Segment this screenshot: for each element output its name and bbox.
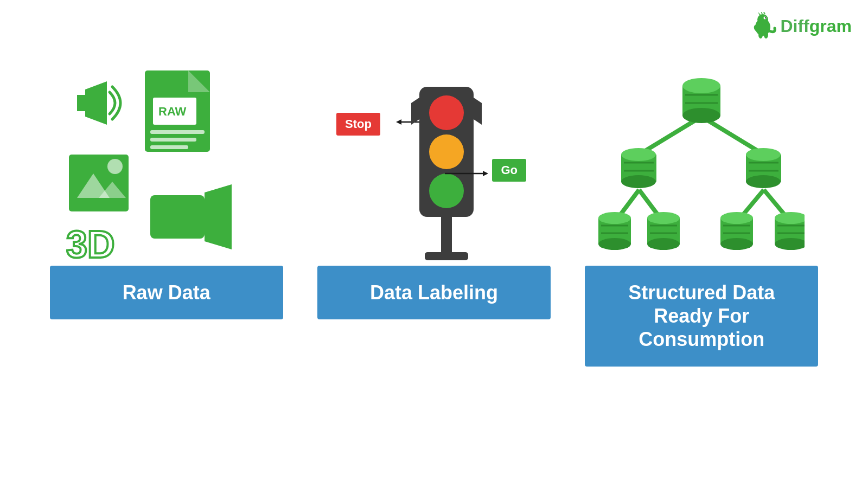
svg-point-30 xyxy=(429,134,464,169)
svg-point-29 xyxy=(429,95,464,130)
image-icon xyxy=(69,155,129,211)
svg-point-66 xyxy=(647,238,680,250)
raw-data-icons: RAW 3D xyxy=(50,60,283,266)
svg-text:3D: 3D xyxy=(66,223,114,266)
data-labeling-label: Data Labeling xyxy=(317,266,551,319)
svg-point-8 xyxy=(758,31,763,38)
svg-marker-10 xyxy=(77,95,85,111)
video-camera-icon xyxy=(150,184,232,249)
svg-text:RAW: RAW xyxy=(158,105,187,118)
svg-marker-25 xyxy=(205,184,232,249)
stop-label: Stop xyxy=(336,113,380,136)
raw-data-label: Raw Data xyxy=(50,266,283,319)
svg-point-9 xyxy=(764,31,768,38)
logo: Diffgram xyxy=(749,12,852,40)
svg-rect-32 xyxy=(441,217,452,255)
svg-point-50 xyxy=(621,148,656,161)
svg-marker-11 xyxy=(85,81,107,125)
svg-line-39 xyxy=(701,117,764,155)
megaphone-icon xyxy=(69,76,123,130)
svg-point-46 xyxy=(682,108,720,123)
svg-marker-35 xyxy=(474,98,482,125)
svg-rect-17 xyxy=(150,138,196,142)
svg-point-55 xyxy=(746,148,781,161)
svg-marker-34 xyxy=(411,98,419,125)
database-tree-area xyxy=(585,60,818,266)
diffgram-dino-icon xyxy=(749,12,777,40)
svg-point-3 xyxy=(765,17,766,18)
svg-point-22 xyxy=(107,159,123,174)
svg-point-51 xyxy=(621,175,656,188)
svg-marker-27 xyxy=(396,119,401,125)
svg-point-61 xyxy=(598,238,631,250)
svg-point-60 xyxy=(598,212,631,224)
svg-point-70 xyxy=(720,212,753,224)
column-data-labeling: Stop xyxy=(317,60,551,319)
main-content: RAW 3D xyxy=(0,60,868,367)
go-arrow-icon xyxy=(445,168,488,179)
structured-data-label: Structured Data Ready For Consumption xyxy=(585,266,818,367)
svg-rect-18 xyxy=(150,145,188,149)
svg-rect-24 xyxy=(150,195,205,239)
svg-rect-33 xyxy=(425,252,468,260)
traffic-light-area: Stop xyxy=(317,60,551,266)
go-label: Go xyxy=(492,159,526,182)
svg-point-45 xyxy=(682,78,720,93)
svg-point-56 xyxy=(746,175,781,188)
svg-point-65 xyxy=(647,212,680,224)
svg-point-1 xyxy=(757,14,768,25)
svg-line-38 xyxy=(639,117,701,155)
svg-marker-37 xyxy=(483,171,488,176)
database-tree-icon xyxy=(598,65,805,260)
svg-marker-6 xyxy=(763,12,765,14)
column-raw-data: RAW 3D xyxy=(50,60,283,319)
svg-marker-5 xyxy=(761,12,763,14)
column-structured-data: Structured Data Ready For Consumption xyxy=(585,60,818,367)
logo-text: Diffgram xyxy=(780,16,852,36)
svg-point-71 xyxy=(720,238,753,250)
raw-document-icon: RAW xyxy=(139,70,226,163)
svg-marker-4 xyxy=(758,12,761,15)
svg-rect-16 xyxy=(150,130,205,134)
3d-icon: 3D xyxy=(66,214,131,268)
